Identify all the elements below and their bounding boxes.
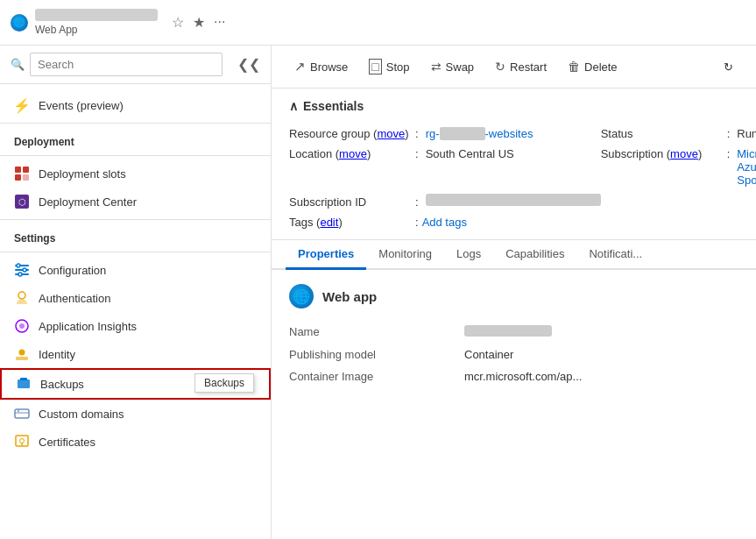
backups-icon (16, 376, 32, 392)
svg-rect-3 (23, 174, 29, 181)
sidebar-item-label: Application Insights (39, 320, 137, 333)
tab-properties[interactable]: Properties (286, 240, 366, 270)
authentication-icon (14, 290, 30, 306)
svg-point-9 (17, 264, 20, 267)
essentials-grid: Resource group (move) : rg-xxxxxxxx-webs… (289, 124, 738, 212)
location-cell: Location (move) : South Central US (289, 144, 601, 190)
refresh-button[interactable]: ↻ (715, 56, 742, 78)
sidebar-item-backups[interactable]: Backups Backups (0, 368, 271, 400)
svg-point-21 (18, 410, 19, 412)
sidebar-item-identity[interactable]: Identity (0, 340, 271, 368)
restart-icon: ↻ (495, 60, 505, 74)
search-icon: 🔍 (11, 58, 25, 71)
restart-label: Restart (510, 60, 547, 74)
swap-button[interactable]: ⇄ Swap (422, 55, 484, 78)
status-label: Status (601, 127, 724, 140)
refresh-icon: ↻ (724, 60, 733, 74)
subscription-cell: Subscription (move) : Microsoft Azure Sp… (601, 144, 756, 190)
prop-row-container-image: Container Image mcr.microsoft.com/ap... (289, 365, 738, 387)
sidebar-item-application-insights[interactable]: Application Insights (0, 312, 271, 340)
settings-divider2 (0, 252, 271, 252)
sidebar-item-custom-domains[interactable]: Custom domains (0, 400, 271, 428)
sidebar-item-label: Deployment slots (39, 167, 126, 181)
prop-value-publishing: Container (464, 344, 738, 365)
sidebar-item-authentication[interactable]: Authentication (0, 284, 271, 312)
tab-logs[interactable]: Logs (444, 240, 493, 270)
tags-row: Tags (edit) : Add tags (289, 212, 738, 232)
resource-group-move-link[interactable]: move (377, 127, 405, 140)
sidebar-item-label: Certificates (39, 436, 95, 449)
collapse-sidebar-button[interactable]: ❮❮ (237, 56, 260, 73)
subscription-label: Subscription (move) (601, 147, 724, 160)
application-insights-icon (14, 318, 30, 334)
sidebar-item-certificates[interactable]: Certificates (0, 428, 271, 456)
more-options-icon[interactable]: ··· (214, 14, 225, 31)
resource-group-link[interactable]: rg-xxxxxxxx-websites (426, 127, 533, 140)
resource-group-cell: Resource group (move) : rg-xxxxxxxx-webs… (289, 124, 601, 144)
tab-capabilities[interactable]: Capabilities (493, 240, 576, 270)
sidebar-item-label: Custom domains (39, 408, 124, 421)
svg-point-12 (18, 292, 25, 299)
status-value: Running (737, 127, 756, 140)
sidebar-search-area: 🔍 ❮❮ (0, 46, 271, 84)
svg-rect-18 (20, 378, 27, 380)
svg-rect-15 (16, 357, 28, 360)
add-tags-link[interactable]: Add tags (422, 216, 467, 229)
swap-icon: ⇄ (431, 60, 442, 74)
sidebar-item-deployment-center[interactable]: ⬡ Deployment Center (0, 188, 271, 216)
delete-button[interactable]: 🗑 Delete (559, 55, 626, 78)
sidebar-item-label: Identity (39, 348, 75, 361)
bookmark-outline-icon[interactable]: ☆ (172, 14, 184, 31)
subscription-link[interactable]: Microsoft Azure Sponsorship (737, 147, 756, 187)
essentials-title: Essentials (303, 99, 364, 113)
subscription-id-label: Subscription ID (289, 195, 412, 209)
settings-divider (0, 219, 271, 220)
app-title-area: Web App (35, 9, 158, 36)
stop-button[interactable]: □ Stop (360, 54, 418, 79)
stop-label: Stop (386, 60, 410, 74)
webapp-section-icon: 🌐 (289, 284, 314, 309)
deployment-section-label: Deployment (0, 127, 271, 152)
identity-icon (14, 346, 30, 362)
essentials-chevron-icon: ∧ (289, 99, 298, 113)
svg-point-16 (19, 350, 25, 356)
sidebar-item-events[interactable]: ⚡ Events (preview) (0, 91, 271, 119)
prop-row-publishing: Publishing model Container (289, 344, 738, 365)
restart-button[interactable]: ↻ Restart (486, 55, 555, 78)
certificates-icon (14, 434, 30, 450)
essentials-header[interactable]: ∧ Essentials (289, 99, 738, 113)
search-input[interactable] (30, 53, 223, 76)
prop-label-publishing: Publishing model (289, 344, 464, 365)
tab-monitoring[interactable]: Monitoring (366, 240, 444, 270)
sidebar-divider (0, 123, 271, 124)
subscription-id-value-blurred (426, 194, 601, 206)
sidebar-item-label: Configuration (39, 264, 106, 277)
content-area: ↗ Browse □ Stop ⇄ Swap ↻ Restart 🗑 Delet… (272, 46, 756, 539)
custom-domains-icon (14, 406, 30, 422)
subscription-move-link[interactable]: move (670, 147, 698, 160)
top-bar: 🌐 Web App ☆ ★ ··· (0, 0, 756, 46)
delete-icon: 🗑 (568, 60, 580, 74)
tabs-bar: Properties Monitoring Logs Capabilities … (272, 240, 756, 270)
deployment-divider (0, 155, 271, 156)
stop-icon: □ (369, 59, 381, 74)
essentials-section: ∧ Essentials Resource group (move) : rg-… (272, 89, 756, 240)
app-type-label: Web App (35, 24, 158, 36)
browse-button[interactable]: ↗ Browse (286, 54, 357, 79)
tags-edit-link[interactable]: edit (320, 216, 338, 229)
location-value: South Central US (426, 147, 514, 160)
location-move-link[interactable]: move (339, 147, 367, 160)
tab-notifications[interactable]: Notificati... (576, 240, 654, 270)
deployment-slots-icon (14, 166, 30, 181)
configuration-icon (14, 262, 30, 278)
svg-rect-17 (18, 379, 30, 388)
subscription-id-cell: Subscription ID : (289, 190, 601, 212)
bookmark-fill-icon[interactable]: ★ (193, 14, 205, 31)
prop-label-container-image: Container Image (289, 365, 464, 387)
sidebar-item-configuration[interactable]: Configuration (0, 256, 271, 284)
lightning-icon: ⚡ (14, 97, 30, 113)
sidebar-item-deployment-slots[interactable]: Deployment slots (0, 160, 271, 188)
sidebar-item-label: Events (preview) (39, 99, 124, 112)
svg-text:⬡: ⬡ (18, 197, 26, 207)
subscription-value: Microsoft Azure Sponsorship (737, 147, 756, 187)
